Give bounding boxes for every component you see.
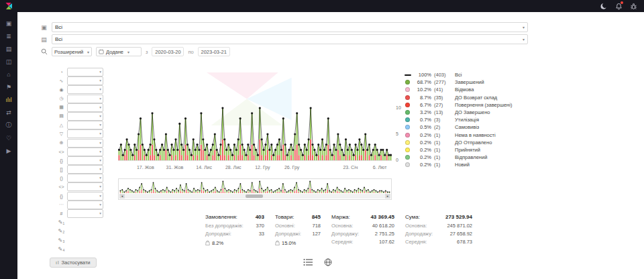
search-icon[interactable] [40, 48, 48, 55]
legend-item[interactable]: 0.2%(1)Відправлений [404, 154, 531, 161]
pencil-2-icon[interactable]: ✎₂ [58, 228, 65, 234]
notifications-bell-icon[interactable] [614, 2, 623, 10]
filter-select-17[interactable]: ▾ [67, 209, 103, 218]
main-chart-svg[interactable] [118, 67, 392, 164]
filter-select-5[interactable]: ▾ [67, 103, 103, 112]
filter-select-4[interactable]: ▾ [67, 95, 103, 103]
stats-value: 43 369.45 [370, 214, 394, 220]
filter-row-preset: ▣ Всі ▾ [40, 22, 528, 32]
filter-select-15[interactable]: ▾ [67, 192, 103, 201]
date-from-input[interactable]: 2020-03-20 [152, 47, 184, 56]
legend-item[interactable]: 68.7%(277)Завершений [404, 78, 531, 86]
legend-item[interactable]: 100%(403)Всі [404, 71, 531, 78]
legend-item[interactable]: 0.2%(1)Новий [404, 161, 531, 168]
legend-item[interactable]: 10.2%(41)Відмова [404, 86, 531, 93]
x-tick-label: 17. Жов [133, 165, 158, 170]
legend-label: Самовивіз [455, 124, 479, 130]
legend-count: (2) [434, 124, 452, 130]
preset-select-value: Всі [55, 24, 62, 30]
legend-item[interactable]: 0.5%(2)Самовивіз [404, 123, 531, 131]
filter-row-13: ()▾ [58, 174, 103, 182]
store-icon[interactable]: ⌂ [0, 68, 17, 80]
analytics-icon[interactable]: ılıl [0, 93, 17, 106]
legend-item[interactable]: 0.2%(1)Нема в наявності [404, 131, 531, 139]
chevron-down-icon: ▾ [99, 167, 101, 171]
filter-select-8[interactable]: ▾ [67, 129, 103, 138]
bug-icon[interactable] [629, 2, 637, 10]
custom-filter-row: ✎₂ [58, 227, 103, 235]
legend-count: (1) [434, 162, 452, 168]
filter-select-10[interactable]: ▾ [67, 148, 103, 156]
filter-row-2: ∿▾ [58, 77, 103, 85]
pencil-3-icon[interactable]: ✎₃ [58, 237, 65, 243]
stats-column: Товари:845Основні:718Допродажі:12715.0% [275, 214, 321, 247]
globe-icon[interactable] [324, 258, 332, 266]
ellipsis-icon: ⋯ [58, 202, 65, 207]
navigator-svg[interactable] [119, 180, 390, 194]
app-logo[interactable] [5, 2, 13, 10]
layers-icon: ▤ [58, 113, 65, 119]
chevron-down-icon: ▾ [99, 131, 101, 135]
scroll-left-icon[interactable]: ◂ [119, 194, 125, 199]
scroll-right-icon[interactable]: ▸ [385, 194, 390, 199]
pencil-4-icon[interactable]: ✎₄ [58, 246, 65, 252]
y-tick-label: 10 [396, 105, 401, 110]
filter-select-9[interactable]: ▾ [67, 139, 103, 148]
scrollbar-thumb[interactable] [246, 194, 263, 198]
stats-value: 273 529.94 [445, 214, 472, 220]
range-navigator[interactable]: ◂ ▸ [118, 178, 392, 200]
filter-select-7[interactable]: ▾ [67, 121, 103, 129]
filter-select-12[interactable]: ▾ [67, 165, 103, 174]
filter-select-13[interactable]: ▾ [67, 174, 103, 182]
legend-item[interactable]: 0.2%(1)ДО Отправлено [404, 139, 531, 146]
dark-mode-icon[interactable] [600, 2, 608, 10]
legend-item[interactable]: 3.2%(13)ДО Завершено [404, 109, 531, 116]
stats-column: Замовлення:403Без допродажів:370Допродаж… [205, 214, 264, 247]
filter-row-1: ◔▾ [58, 68, 103, 76]
filter-select-14[interactable]: ▾ [67, 182, 103, 191]
tags-icon[interactable]: ⚑ [0, 80, 17, 93]
dashboard-icon[interactable]: ▣ [0, 17, 17, 30]
stats-row-value: 40 618.20 [372, 223, 394, 231]
stats-row-label: Допродажі: [205, 231, 231, 239]
filter-select-6[interactable]: ▾ [67, 112, 103, 121]
stats-row: Допродажу:2 751.25 [331, 231, 394, 239]
chevron-down-icon: ▾ [99, 105, 101, 109]
orders-icon[interactable]: ≣ [0, 30, 17, 42]
support-icon[interactable]: ♡ [0, 131, 17, 144]
delta-icon: △ [58, 123, 65, 128]
date-field-select[interactable]: Додане ▾ [96, 47, 142, 56]
filter-select-1[interactable]: ▾ [67, 68, 103, 76]
segment-select[interactable]: Всі ▾ [52, 34, 528, 44]
stats-row-label: Основна: [405, 223, 427, 231]
clients-icon[interactable]: ◫ [0, 55, 17, 68]
legend-item[interactable]: 0.7%(3)Утилізація [404, 116, 531, 123]
preset-select[interactable]: Всі ▾ [52, 22, 528, 32]
integrations-icon[interactable]: ⇄ [0, 106, 17, 119]
navigator-scrollbar[interactable]: ◂ ▸ [119, 194, 390, 199]
list-view-icon[interactable] [303, 258, 313, 266]
dot-marker-icon [405, 110, 410, 115]
apply-button[interactable]: ıl Застосувати [50, 258, 97, 268]
pencil-1-icon[interactable]: ✎₁ [58, 219, 65, 225]
filter-select-16[interactable]: ▾ [67, 201, 103, 209]
mode-select[interactable]: Розширений ▾ [52, 47, 92, 56]
filter-select-11[interactable]: ▾ [67, 156, 103, 165]
info-icon[interactable]: ⓘ [0, 119, 17, 131]
chevron-down-icon: ▾ [99, 184, 101, 188]
chevron-down-icon: ▾ [99, 114, 101, 118]
legend-label: Прийнятий [455, 147, 480, 153]
legend-percent: 100% [414, 72, 431, 78]
legend-count: (1) [434, 140, 452, 146]
legend-item[interactable]: 8.7%(35)ДО Возврат склад [404, 94, 531, 101]
catalog-icon[interactable]: ▤ [0, 42, 17, 55]
video-icon[interactable]: ▶ [0, 144, 17, 157]
date-to-input[interactable]: 2023-03-21 [198, 47, 230, 56]
filter-select-3[interactable]: ▾ [67, 85, 103, 94]
legend-item[interactable]: 0.2%(1)Прийнятий [404, 146, 531, 154]
filter-select-2[interactable]: ▾ [67, 76, 103, 85]
upsell-share: 8.2% [205, 239, 264, 247]
x-tick-label: 6. Лют [367, 165, 392, 170]
legend-marker [404, 87, 411, 92]
legend-item[interactable]: 6.7%(27)Повернення (завершені) [404, 101, 531, 109]
